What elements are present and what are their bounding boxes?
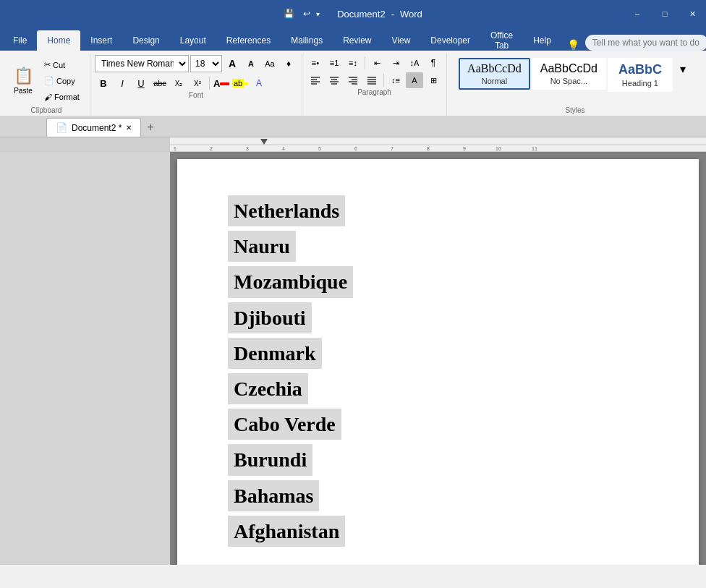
svg-text:4: 4 [282, 146, 285, 151]
font-size-select[interactable]: 18 [190, 55, 222, 72]
quick-access-dropdown[interactable]: ▾ [316, 10, 320, 18]
align-center-button[interactable] [326, 72, 343, 88]
country-line: Mozambique [228, 266, 648, 299]
strikethrough-button[interactable]: abc [151, 75, 169, 91]
tab-mailings[interactable]: Mailings [281, 30, 333, 51]
line-spacing-button[interactable]: ↕≡ [387, 72, 404, 88]
title-text: 💾 ↩ ▾ Document2 - Word [284, 9, 422, 20]
document-canvas[interactable]: NetherlandsNauruMozambiqueDjiboutiDenmar… [170, 152, 706, 565]
styles-more-button[interactable]: ▾ [674, 61, 692, 77]
italic-button[interactable]: I [114, 75, 131, 91]
svg-text:2: 2 [210, 146, 213, 151]
country-line: Denmark [228, 338, 648, 370]
ruler: 1 2 3 4 5 6 7 8 9 10 11 [0, 137, 706, 152]
tab-view[interactable]: View [382, 30, 421, 51]
align-right-button[interactable] [344, 72, 362, 88]
style-nospace[interactable]: AaBbCcDd No Spac... [532, 58, 606, 90]
clear-format-button[interactable]: ♦ [280, 56, 297, 72]
country-line: Afghanistan [228, 516, 648, 548]
subscript-button[interactable]: X₂ [170, 75, 187, 91]
numbered-list-button[interactable]: ≡1 [326, 55, 343, 71]
paste-button[interactable]: 📋 Paste [7, 59, 39, 103]
grow-font-button[interactable]: A [224, 56, 241, 72]
show-marks-button[interactable]: ¶ [425, 55, 442, 71]
highlight-color-button[interactable]: ab [231, 75, 249, 91]
decrease-indent-button[interactable]: ⇤ [368, 55, 386, 71]
sidebar-left [0, 152, 170, 565]
font-color-button[interactable]: A [213, 75, 230, 91]
justify-button[interactable] [363, 72, 380, 88]
maximize-button[interactable]: □ [651, 0, 679, 27]
style-heading1-preview: AaBbC [616, 62, 664, 77]
country-line: Bahamas [228, 480, 648, 513]
style-heading1[interactable]: AaBbC Heading 1 [608, 58, 673, 92]
style-nospace-label: No Spac... [540, 77, 597, 85]
sort-button[interactable]: ↕A [406, 55, 423, 71]
country-line: Czechia [228, 373, 648, 406]
style-heading1-label: Heading 1 [616, 79, 664, 88]
cut-button[interactable]: ✂ Cut [42, 58, 85, 72]
doc-tab-close[interactable]: ✕ [126, 124, 132, 132]
tab-developer[interactable]: Developer [420, 30, 480, 51]
paragraph-label: Paragraph [307, 88, 442, 98]
ribbon-tab-bar: File Home Insert Design Layout Reference… [0, 27, 706, 51]
quick-access-undo[interactable]: ↩ [303, 9, 310, 19]
shrink-font-button[interactable]: A [242, 56, 260, 72]
doc-tab-bar: 📄 Document2 * ✕ + [0, 116, 706, 137]
svg-text:7: 7 [391, 146, 394, 151]
styles-group: AaBbCcDd Normal AaBbCcDd No Spac... AaBb… [447, 54, 703, 116]
country-line: Nauru [228, 231, 648, 263]
tab-review[interactable]: Review [333, 30, 381, 51]
country-name: Netherlands [228, 195, 345, 226]
document2-tab[interactable]: 📄 Document2 * ✕ [46, 118, 141, 137]
country-name: Afghanistan [228, 516, 345, 547]
doc-tab-label: Document2 * [72, 123, 122, 133]
tab-layout[interactable]: Layout [170, 30, 216, 51]
clipboard-label: Clipboard [7, 106, 85, 116]
ruler-left-margin [0, 137, 170, 151]
main-area: NetherlandsNauruMozambiqueDjiboutiDenmar… [0, 152, 706, 565]
country-name: Djibouti [228, 302, 312, 333]
bold-button[interactable]: B [95, 75, 112, 91]
style-normal[interactable]: AaBbCcDd Normal [459, 58, 530, 90]
new-tab-button[interactable]: + [141, 118, 159, 137]
align-left-button[interactable] [307, 72, 324, 88]
styles-label: Styles [451, 106, 699, 116]
text-effects-button[interactable]: A [250, 75, 268, 91]
document-page: NetherlandsNauruMozambiqueDjiboutiDenmar… [177, 159, 699, 565]
doc-tab-icon: 📄 [56, 122, 67, 133]
tab-home[interactable]: Home [37, 30, 80, 51]
country-name: Cabo Verde [228, 409, 341, 440]
increase-indent-button[interactable]: ⇥ [387, 55, 404, 71]
font-label: Font [95, 91, 297, 101]
svg-text:1: 1 [174, 146, 176, 151]
superscript-button[interactable]: X² [189, 75, 206, 91]
tab-officetab[interactable]: Office Tab [480, 30, 523, 51]
font-name-select[interactable]: Times New Roman [95, 55, 189, 72]
tab-insert[interactable]: Insert [80, 30, 122, 51]
format-painter-button[interactable]: 🖌 Format [42, 90, 85, 104]
country-list: NetherlandsNauruMozambiqueDjiboutiDenmar… [228, 195, 648, 548]
bullet-list-button[interactable]: ≡• [307, 55, 324, 71]
tell-me-input[interactable] [585, 35, 706, 51]
style-normal-preview: AaBbCcDd [467, 62, 522, 75]
shading-button[interactable]: A [406, 72, 423, 88]
indent-marker[interactable] [260, 139, 268, 145]
country-name: Czechia [228, 373, 308, 404]
tab-design[interactable]: Design [122, 30, 169, 51]
tab-help[interactable]: Help [523, 30, 561, 51]
underline-button[interactable]: U [132, 75, 150, 91]
change-case-button[interactable]: Aa [261, 56, 278, 72]
borders-button[interactable]: ⊞ [425, 72, 442, 88]
tab-file[interactable]: File [3, 30, 37, 51]
country-line: Djibouti [228, 302, 648, 335]
font-group: Times New Roman 18 A A Aa ♦ B I U abc X₂… [90, 54, 302, 116]
minimize-button[interactable]: – [624, 0, 651, 27]
quick-access-save[interactable]: 💾 [284, 9, 294, 19]
copy-button[interactable]: 📄 Copy [42, 74, 85, 88]
close-button[interactable]: ✕ [679, 0, 706, 27]
multilevel-list-button[interactable]: ≡↕ [344, 55, 362, 71]
svg-text:6: 6 [354, 146, 357, 151]
tab-references[interactable]: References [216, 30, 281, 51]
svg-text:5: 5 [318, 146, 321, 151]
